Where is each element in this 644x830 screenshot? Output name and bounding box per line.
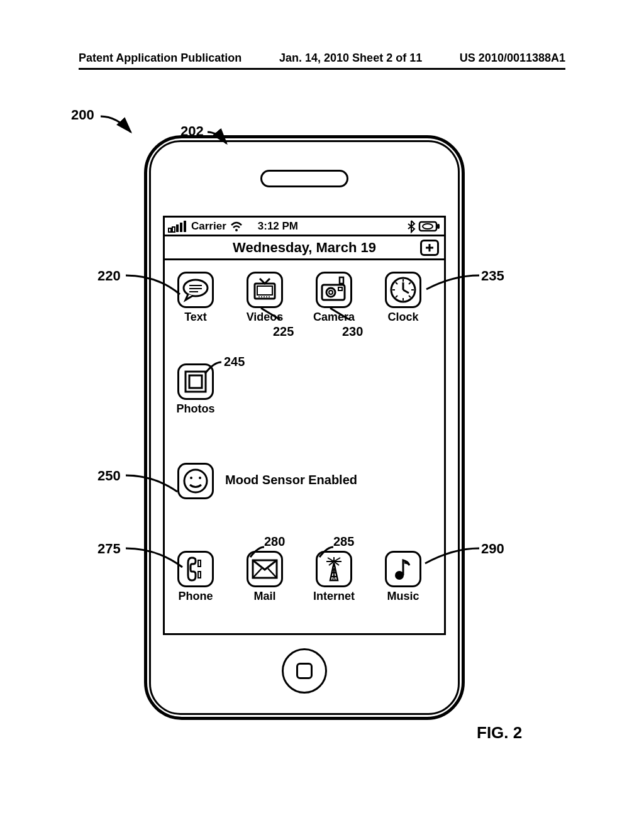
svg-line-28 <box>396 282 397 284</box>
svg-line-27 <box>403 290 409 293</box>
status-left: Carrier <box>165 220 243 233</box>
app-mail[interactable] <box>247 551 283 587</box>
ref-275: 275 <box>97 541 121 557</box>
svg-point-5 <box>235 229 238 231</box>
svg-rect-3 <box>180 223 182 232</box>
date-text: Wednesday, March 19 <box>233 240 376 256</box>
app-music-label: Music <box>372 590 435 603</box>
ref-290: 290 <box>481 541 504 557</box>
svg-point-18 <box>326 288 335 297</box>
app-clock[interactable] <box>385 272 421 308</box>
speaker-slot <box>260 170 348 187</box>
wifi-icon <box>230 221 243 231</box>
tv-icon <box>251 276 279 304</box>
header-rule <box>79 68 565 70</box>
svg-line-30 <box>396 296 397 297</box>
app-clock-label: Clock <box>372 311 435 324</box>
phone-icon <box>183 555 208 583</box>
svg-line-31 <box>409 296 411 297</box>
music-note-icon <box>392 556 414 582</box>
status-right <box>408 221 444 232</box>
app-phone-label: Phone <box>164 590 227 603</box>
ref-225: 225 <box>273 324 294 339</box>
svg-rect-4 <box>184 221 186 232</box>
app-photos[interactable] <box>177 363 214 400</box>
ref-220: 220 <box>97 268 121 284</box>
photo-frame-icon <box>182 368 209 396</box>
antenna-icon <box>321 555 347 583</box>
svg-rect-16 <box>340 277 343 284</box>
ref-235: 235 <box>481 268 504 284</box>
svg-rect-1 <box>172 227 175 232</box>
app-internet-label: Internet <box>303 590 365 603</box>
app-text[interactable] <box>177 272 214 308</box>
carrier-label: Carrier <box>191 220 226 233</box>
app-music[interactable] <box>385 551 421 587</box>
svg-rect-0 <box>169 228 171 232</box>
mood-label: Mood Sensor Enabled <box>225 473 357 487</box>
ref-230: 230 <box>342 324 363 339</box>
ref-280: 280 <box>264 534 285 549</box>
svg-rect-38 <box>198 572 201 578</box>
svg-point-19 <box>329 290 333 294</box>
app-mail-label: Mail <box>233 590 296 603</box>
date-row: Wednesday, March 19 <box>165 236 444 260</box>
camera-icon <box>319 276 348 304</box>
figure-label: FIG. 2 <box>477 723 522 743</box>
home-button[interactable] <box>282 648 327 694</box>
app-videos[interactable] <box>247 272 283 308</box>
screen: Carrier 3:12 PM <box>163 216 446 635</box>
svg-point-34 <box>184 470 207 492</box>
svg-rect-33 <box>189 375 202 388</box>
app-text-label: Text <box>164 311 227 324</box>
ref-250: 250 <box>97 468 121 484</box>
plus-icon <box>425 243 435 253</box>
status-bar: Carrier 3:12 PM <box>165 218 444 236</box>
header-right: US 2010/0011388A1 <box>460 52 565 65</box>
app-videos-label: Videos <box>233 311 296 324</box>
svg-line-29 <box>409 282 411 284</box>
app-camera[interactable] <box>316 272 352 308</box>
signal-icon <box>169 221 187 232</box>
status-time: 3:12 PM <box>243 220 298 233</box>
svg-rect-7 <box>437 224 440 229</box>
svg-rect-14 <box>257 286 272 295</box>
bluetooth-icon <box>408 221 415 232</box>
svg-rect-20 <box>338 287 342 290</box>
add-button[interactable] <box>420 240 439 256</box>
svg-rect-2 <box>176 224 179 232</box>
app-photos-label: Photos <box>164 402 227 416</box>
app-mood[interactable] <box>177 463 214 499</box>
svg-point-36 <box>199 477 201 479</box>
page-header: Patent Application Publication Jan. 14, … <box>0 52 644 65</box>
speech-bubble-icon <box>182 279 209 301</box>
battery-icon <box>419 221 440 231</box>
device: Carrier 3:12 PM <box>144 135 465 720</box>
app-phone[interactable] <box>177 551 214 587</box>
envelope-icon <box>251 558 279 580</box>
ref-245: 245 <box>224 355 245 369</box>
smiley-icon <box>182 467 209 495</box>
clock-icon <box>389 275 418 304</box>
svg-point-8 <box>423 224 433 229</box>
app-camera-label: Camera <box>303 311 365 324</box>
header-mid: Jan. 14, 2010 Sheet 2 of 11 <box>279 52 422 65</box>
home-button-square-icon <box>296 663 313 679</box>
ref-285: 285 <box>333 534 354 549</box>
svg-rect-37 <box>198 560 201 567</box>
app-internet[interactable] <box>316 551 352 587</box>
header-left: Patent Application Publication <box>79 52 242 65</box>
svg-point-35 <box>190 477 192 479</box>
ref-200: 200 <box>71 107 94 123</box>
